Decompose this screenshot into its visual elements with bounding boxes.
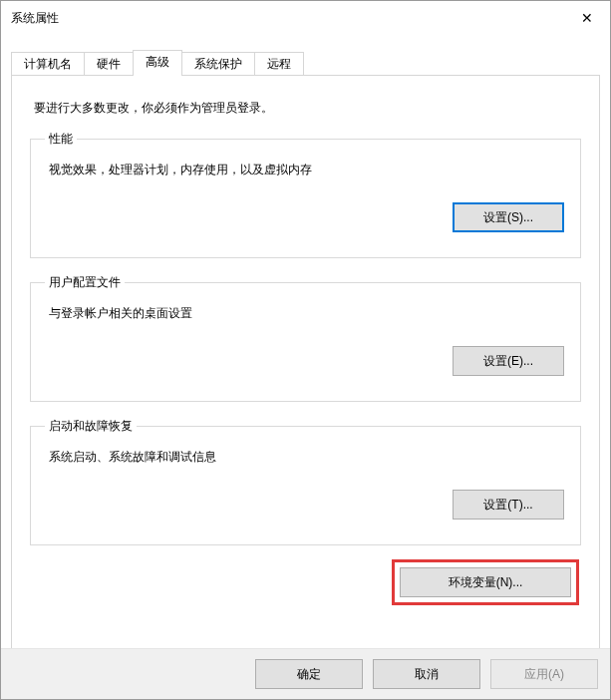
- system-properties-window: 系统属性 ✕ 计算机名 硬件 高级 系统保护 远程 要进行大多数更改，: [0, 0, 611, 700]
- titlebar: 系统属性 ✕: [1, 1, 610, 35]
- group-startup-recovery-btn-row: 设置(T)...: [47, 490, 564, 520]
- window-title: 系统属性: [11, 1, 59, 35]
- group-performance: 性能 视觉效果，处理器计划，内存使用，以及虚拟内存 设置(S)...: [30, 131, 581, 258]
- group-startup-recovery-legend: 启动和故障恢复: [45, 418, 137, 435]
- performance-settings-button[interactable]: 设置(S)...: [453, 202, 564, 232]
- tab-label: 系统保护: [194, 57, 242, 71]
- ok-button[interactable]: 确定: [255, 659, 363, 689]
- close-button[interactable]: ✕: [564, 3, 610, 33]
- tab-label: 硬件: [97, 57, 121, 71]
- tab-label: 高级: [146, 55, 169, 69]
- group-performance-desc: 视觉效果，处理器计划，内存使用，以及虚拟内存: [49, 162, 564, 178]
- tab-label: 计算机名: [24, 57, 72, 71]
- group-user-profiles-btn-row: 设置(E)...: [47, 346, 564, 376]
- group-performance-legend: 性能: [45, 131, 77, 148]
- group-startup-recovery: 启动和故障恢复 系统启动、系统故障和调试信息 设置(T)...: [30, 418, 581, 545]
- apply-button[interactable]: 应用(A): [490, 659, 598, 689]
- tab-label: 远程: [267, 57, 291, 71]
- admin-intro-text: 要进行大多数更改，你必须作为管理员登录。: [34, 100, 581, 117]
- tab-remote[interactable]: 远程: [254, 52, 304, 76]
- dialog-footer: 确定 取消 应用(A): [1, 648, 610, 699]
- group-performance-btn-row: 设置(S)...: [47, 202, 564, 232]
- tab-computer-name[interactable]: 计算机名: [11, 52, 85, 76]
- environment-variables-highlight: 环境变量(N)...: [392, 559, 579, 605]
- tabpanel-advanced: 要进行大多数更改，你必须作为管理员登录。 性能 视觉效果，处理器计划，内存使用，…: [11, 75, 600, 687]
- group-user-profiles-legend: 用户配置文件: [45, 274, 125, 291]
- startup-recovery-settings-button[interactable]: 设置(T)...: [453, 490, 564, 520]
- tab-hardware[interactable]: 硬件: [84, 52, 134, 76]
- group-user-profiles-desc: 与登录帐户相关的桌面设置: [49, 305, 564, 322]
- close-icon: ✕: [581, 10, 593, 26]
- window-body: 计算机名 硬件 高级 系统保护 远程 要进行大多数更改，你必须作为管理员登录。 …: [1, 35, 610, 699]
- environment-variables-button[interactable]: 环境变量(N)...: [400, 567, 571, 597]
- cancel-button[interactable]: 取消: [373, 659, 480, 689]
- user-profiles-settings-button[interactable]: 设置(E)...: [453, 346, 564, 376]
- tab-advanced[interactable]: 高级: [133, 50, 182, 76]
- environment-variables-row: 环境变量(N)...: [30, 559, 581, 605]
- tab-system-protection[interactable]: 系统保护: [181, 52, 255, 76]
- tabpanel-content: 要进行大多数更改，你必须作为管理员登录。 性能 视觉效果，处理器计划，内存使用，…: [30, 94, 581, 668]
- group-startup-recovery-desc: 系统启动、系统故障和调试信息: [49, 449, 564, 466]
- tabstrip: 计算机名 硬件 高级 系统保护 远程: [11, 49, 600, 75]
- group-user-profiles: 用户配置文件 与登录帐户相关的桌面设置 设置(E)...: [30, 274, 581, 402]
